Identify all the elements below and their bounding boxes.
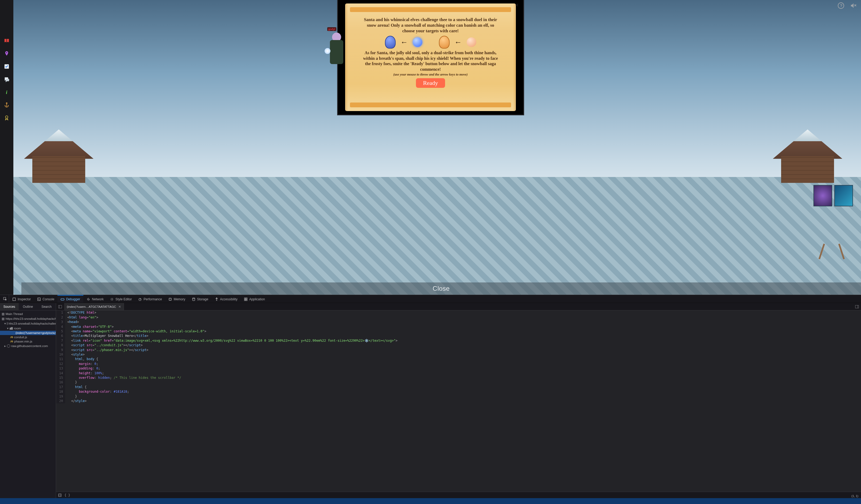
code-view[interactable]: 1<!DOCTYPE html>2<html lang="en">3<head>… xyxy=(56,310,861,492)
svg-point-3 xyxy=(5,116,8,118)
mute-icon[interactable] xyxy=(849,2,857,10)
svg-rect-14 xyxy=(244,298,246,299)
tab-label: Debugger xyxy=(66,297,80,301)
tab-debugger[interactable]: Debugger xyxy=(57,295,83,303)
sources-tree: ▦Main Thread ▦https://hhc23-snowball.hol… xyxy=(0,310,56,498)
tree-origin[interactable]: ▦https://hhc23-snowball.holidayhackchall… xyxy=(0,316,56,321)
tab-label: Network xyxy=(92,297,104,301)
tab-label: Accessibility xyxy=(220,297,237,301)
player-name-tag: godyl xyxy=(327,27,336,31)
svg-rect-9 xyxy=(61,298,64,300)
poster-presidents-cup[interactable] xyxy=(834,185,853,206)
svg-rect-11 xyxy=(169,298,172,300)
element-picker-icon[interactable] xyxy=(1,295,9,303)
info-icon[interactable]: i xyxy=(3,89,10,96)
cursor-position: (1, 1) xyxy=(851,494,858,498)
help-icon[interactable]: ? xyxy=(837,2,845,10)
anchor-icon[interactable] xyxy=(3,101,10,108)
tab-memory[interactable]: Memory xyxy=(165,295,188,303)
tab-label: Style Editor xyxy=(115,297,132,301)
tree-folder-room[interactable]: ▾room xyxy=(0,326,56,331)
tab-label: Memory xyxy=(174,297,185,301)
svg-point-2 xyxy=(6,103,7,104)
ground-tiles xyxy=(0,177,861,295)
window-controls: ? xyxy=(837,2,857,10)
tab-storage[interactable]: Storage xyxy=(189,295,211,303)
file-tab-bar: (index)?usern…ATGCTAATATTAGC ✕ xyxy=(56,303,861,310)
close-button[interactable]: Close xyxy=(22,282,861,295)
svg-rect-7 xyxy=(13,298,16,301)
toggle-sources-icon[interactable] xyxy=(56,305,64,309)
controls-hint: (use your mouse to throw and the arrow k… xyxy=(393,73,468,76)
tab-label: Application xyxy=(249,297,265,301)
arrow-left-icon: ← xyxy=(454,38,462,46)
svg-point-13 xyxy=(216,298,217,298)
instructions-scroll: Santa and his whimsical elves challenge … xyxy=(345,3,516,111)
easel xyxy=(816,243,848,260)
subtab-search[interactable]: Search xyxy=(37,303,56,310)
orange-snowball-icon xyxy=(467,37,476,47)
hut-right xyxy=(773,129,842,183)
source-editor: (index)?usern…ATGCTAATATTAGC ✕ 1<!DOCTYP… xyxy=(56,303,861,498)
svg-rect-17 xyxy=(246,299,247,300)
pretty-print-icon[interactable] xyxy=(56,493,64,497)
svg-rect-15 xyxy=(246,298,247,299)
sources-sidebar: Sources Outline Search ▦Main Thread ▦htt… xyxy=(0,303,56,498)
svg-text:?: ? xyxy=(840,3,842,8)
tree-file-conduit[interactable]: JSconduit.js xyxy=(0,335,56,339)
file-tab[interactable]: (index)?usern…ATGCTAATATTAGC ✕ xyxy=(64,303,124,310)
ready-button[interactable]: Ready xyxy=(416,78,445,88)
subtab-sources[interactable]: Sources xyxy=(0,303,19,310)
game-nav-rail: i xyxy=(0,0,13,295)
blue-elf-icon xyxy=(385,36,396,48)
player-sprite: godyl xyxy=(330,40,343,64)
game-modal: godyl Santa and his whimsical elves chal… xyxy=(337,0,524,115)
story-icon[interactable] xyxy=(3,37,10,44)
tab-performance[interactable]: Performance xyxy=(135,295,165,303)
svg-rect-18 xyxy=(58,305,62,308)
tab-console[interactable]: Console xyxy=(34,295,57,303)
arrow-left-icon: ← xyxy=(400,38,408,46)
instructions-paragraph-2: As for Santa, the jolly old soul, only a… xyxy=(361,50,500,72)
tab-label: Inspector xyxy=(18,297,31,301)
blue-snowball-icon xyxy=(413,37,422,47)
tab-label: Console xyxy=(42,297,54,301)
tab-style-editor[interactable]: Style Editor xyxy=(107,295,135,303)
devtools-panel: Inspector Console Debugger Network Style… xyxy=(0,295,861,498)
tree-file-index[interactable]: (index)?username=godylockz&ro… xyxy=(0,331,56,335)
svg-point-12 xyxy=(192,298,195,299)
subtab-outline[interactable]: Outline xyxy=(19,303,37,310)
svg-text:i: i xyxy=(6,90,8,95)
svg-rect-16 xyxy=(244,299,246,300)
hut-left xyxy=(24,129,94,183)
poster-sans[interactable] xyxy=(814,185,832,206)
map-pin-icon[interactable] xyxy=(3,50,10,57)
award-icon[interactable] xyxy=(3,114,10,121)
speaker-icon[interactable] xyxy=(515,2,521,9)
chat-icon[interactable] xyxy=(3,76,10,83)
sources-subtabs: Sources Outline Search xyxy=(0,303,56,310)
braces-icon[interactable]: { } xyxy=(64,493,71,497)
game-viewport: i ? godyl Santa and his whimsical elves … xyxy=(0,0,861,295)
tree-main-thread[interactable]: ▦Main Thread xyxy=(0,311,56,316)
poster-board xyxy=(814,185,853,206)
tab-inspector[interactable]: Inspector xyxy=(9,295,34,303)
tab-application[interactable]: Application xyxy=(241,295,268,303)
tab-label: Performance xyxy=(144,297,162,301)
tree-origin-raw[interactable]: ▸raw.githubusercontent.com xyxy=(0,344,56,348)
tab-label: Storage xyxy=(197,297,208,301)
close-icon[interactable]: ✕ xyxy=(118,305,121,309)
tree-file-phaser[interactable]: JSphaser.min.js xyxy=(0,339,56,344)
tree-host[interactable]: ▾hhc23-snowball.holidayhackchallenge.c… xyxy=(0,321,56,326)
instructions-paragraph-1: Santa and his whimsical elves challenge … xyxy=(361,17,500,34)
toggle-right-pane-icon[interactable] xyxy=(853,305,861,309)
file-tab-label: (index)?usern…ATGCTAATATTAGC xyxy=(67,305,116,308)
svg-rect-19 xyxy=(856,305,859,308)
devtools-tabbar: Inspector Console Debugger Network Style… xyxy=(0,295,861,303)
orange-elf-icon xyxy=(439,36,450,48)
tasks-icon[interactable] xyxy=(3,63,10,70)
tab-accessibility[interactable]: Accessibility xyxy=(211,295,241,303)
status-bar xyxy=(0,498,861,504)
elf-color-legend: ← ← xyxy=(385,36,476,48)
tab-network[interactable]: Network xyxy=(83,295,107,303)
